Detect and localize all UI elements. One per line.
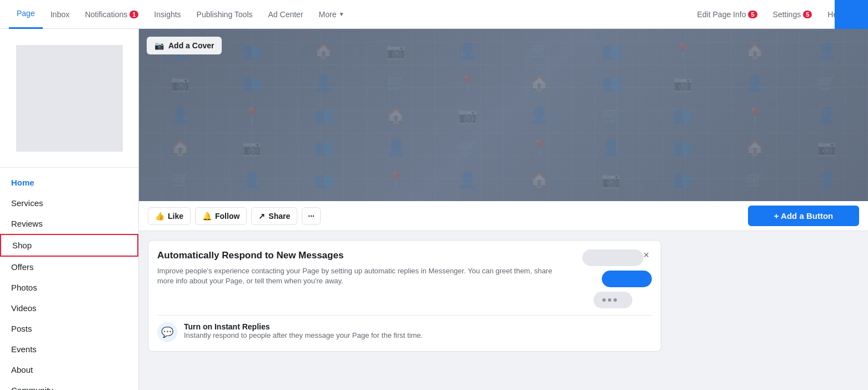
add-cover-button[interactable]: 📷 Add a Cover bbox=[147, 37, 222, 54]
nav-settings[interactable]: Settings 5 bbox=[765, 0, 820, 29]
nav-item-publishing-tools[interactable]: Publishing Tools bbox=[189, 0, 261, 29]
dot-2 bbox=[608, 298, 611, 302]
ci9: 🏠 bbox=[719, 34, 791, 67]
settings-label: Settings bbox=[773, 10, 801, 19]
ci39: 🏠 bbox=[719, 131, 791, 163]
ci12: 👥 bbox=[216, 67, 288, 99]
card-description: Improve people's experience contacting y… bbox=[157, 266, 565, 286]
page-content: × Automatically Respond to New Messages … bbox=[139, 231, 868, 361]
ci21: 👤 bbox=[144, 99, 216, 131]
share-button[interactable]: ↗ Share bbox=[251, 207, 297, 225]
right-column bbox=[670, 240, 859, 352]
nav-item-insights[interactable]: Insights bbox=[146, 0, 188, 29]
nav-item-page[interactable]: Page bbox=[9, 0, 43, 29]
ci18: 📷 bbox=[647, 67, 719, 99]
sidebar-navigation: Home Services Reviews Shop Offers bbox=[0, 168, 138, 390]
main-layout: Home Services Reviews Shop Offers bbox=[0, 29, 868, 390]
profile-picture bbox=[14, 43, 125, 154]
like-button[interactable]: 👍 Like bbox=[148, 207, 191, 225]
edit-page-info-label: Edit Page Info bbox=[697, 10, 746, 19]
instant-replies-text: Turn on Instant Replies Instantly respon… bbox=[184, 322, 423, 339]
ci40: 📷 bbox=[791, 131, 862, 163]
ci41: 🛒 bbox=[144, 163, 216, 196]
sidebar-item-shop[interactable]: Shop bbox=[0, 234, 138, 257]
follow-icon: 🔔 bbox=[202, 212, 212, 221]
ci13: 👤 bbox=[288, 67, 360, 99]
ci11: 📷 bbox=[144, 67, 216, 99]
sidebar-photos-label: Photos bbox=[11, 283, 37, 292]
ci45: 👤 bbox=[432, 163, 503, 196]
ci44: 📍 bbox=[360, 163, 432, 196]
sidebar-item-events[interactable]: Events bbox=[0, 339, 138, 359]
main-column: × Automatically Respond to New Messages … bbox=[148, 240, 661, 352]
sidebar-about-label: About bbox=[11, 365, 33, 374]
card-title: Automatically Respond to New Messages bbox=[157, 249, 565, 262]
ci16: 🏠 bbox=[503, 67, 575, 99]
sidebar-item-reviews[interactable]: Reviews bbox=[0, 213, 138, 234]
sidebar-item-posts[interactable]: Posts bbox=[0, 318, 138, 339]
instant-replies-section: 💬 Turn on Instant Replies Instantly resp… bbox=[157, 315, 652, 342]
nav-edit-page-info[interactable]: Edit Page Info 5 bbox=[690, 0, 765, 29]
sidebar-events-label: Events bbox=[11, 344, 37, 354]
follow-label: Follow bbox=[215, 212, 240, 221]
sidebar-item-services[interactable]: Services bbox=[0, 193, 138, 213]
edit-page-info-badge: 5 bbox=[748, 11, 757, 18]
nav-item-notifications[interactable]: Notifications 1 bbox=[77, 0, 146, 29]
nav-item-ad-center[interactable]: Ad Center bbox=[261, 0, 311, 29]
ci20: 🛒 bbox=[791, 67, 862, 99]
ci3: 🏠 bbox=[288, 34, 360, 67]
sidebar-services-label: Services bbox=[11, 198, 43, 208]
ci28: 👥 bbox=[647, 99, 719, 131]
sidebar-offers-label: Offers bbox=[11, 262, 34, 272]
nav-notifications-label: Notifications bbox=[85, 10, 127, 19]
ci36: 📍 bbox=[503, 131, 575, 163]
sidebar-home-label: Home bbox=[11, 178, 34, 187]
ci43: 👥 bbox=[288, 163, 360, 196]
msg-bubble-gray bbox=[582, 249, 643, 266]
sidebar-community-label: Community bbox=[11, 386, 53, 390]
follow-button[interactable]: 🔔 Follow bbox=[195, 207, 247, 225]
ci48: 👥 bbox=[647, 163, 719, 196]
add-cover-label: Add a Cover bbox=[168, 41, 214, 50]
ci34: 👤 bbox=[360, 131, 432, 163]
ci30: 👤 bbox=[791, 99, 862, 131]
left-sidebar: Home Services Reviews Shop Offers bbox=[0, 29, 139, 390]
sidebar-item-photos[interactable]: Photos bbox=[0, 277, 138, 298]
ci26: 👤 bbox=[503, 99, 575, 131]
nav-item-more[interactable]: More ▼ bbox=[311, 0, 352, 29]
msg-bubble-blue bbox=[602, 271, 652, 287]
instant-replies-description: Instantly respond to people after they m… bbox=[184, 331, 423, 339]
ci14: 🛒 bbox=[360, 67, 432, 99]
more-actions-button[interactable]: ··· bbox=[302, 207, 321, 225]
sidebar-item-videos[interactable]: Videos bbox=[0, 298, 138, 318]
ci15: 📍 bbox=[432, 67, 503, 99]
ci24: 🏠 bbox=[360, 99, 432, 131]
sidebar-posts-label: Posts bbox=[11, 324, 32, 333]
top-navigation: Page Inbox Notifications 1 Insights Publ… bbox=[0, 0, 868, 29]
ci47: 📷 bbox=[575, 163, 647, 196]
corner-decoration bbox=[835, 0, 868, 29]
ci5: 👤 bbox=[432, 34, 503, 67]
card-content: Automatically Respond to New Messages Im… bbox=[157, 249, 652, 308]
ci27: 🛒 bbox=[575, 99, 647, 131]
ci50: 👤 bbox=[791, 163, 862, 196]
sidebar-item-home[interactable]: Home bbox=[0, 172, 138, 193]
sidebar-item-about[interactable]: About bbox=[0, 359, 138, 380]
close-icon: × bbox=[643, 249, 650, 261]
share-icon: ↗ bbox=[258, 212, 265, 221]
ci33: 👥 bbox=[288, 131, 360, 163]
nav-inbox-label: Inbox bbox=[51, 10, 69, 19]
ci42: 👤 bbox=[216, 163, 288, 196]
sidebar-videos-label: Videos bbox=[11, 303, 37, 313]
sidebar-item-community[interactable]: Community bbox=[0, 380, 138, 390]
more-dots-label: ··· bbox=[308, 212, 315, 221]
add-a-button-cta[interactable]: + Add a Button bbox=[748, 206, 859, 226]
ci38: 👥 bbox=[647, 131, 719, 163]
notifications-badge: 1 bbox=[129, 11, 138, 18]
nav-item-inbox[interactable]: Inbox bbox=[43, 0, 77, 29]
close-card-button[interactable]: × bbox=[638, 247, 654, 263]
ci31: 🏠 bbox=[144, 131, 216, 163]
ci37: 👤 bbox=[575, 131, 647, 163]
sidebar-item-offers[interactable]: Offers bbox=[0, 257, 138, 277]
nav-page-label: Page bbox=[17, 9, 35, 18]
